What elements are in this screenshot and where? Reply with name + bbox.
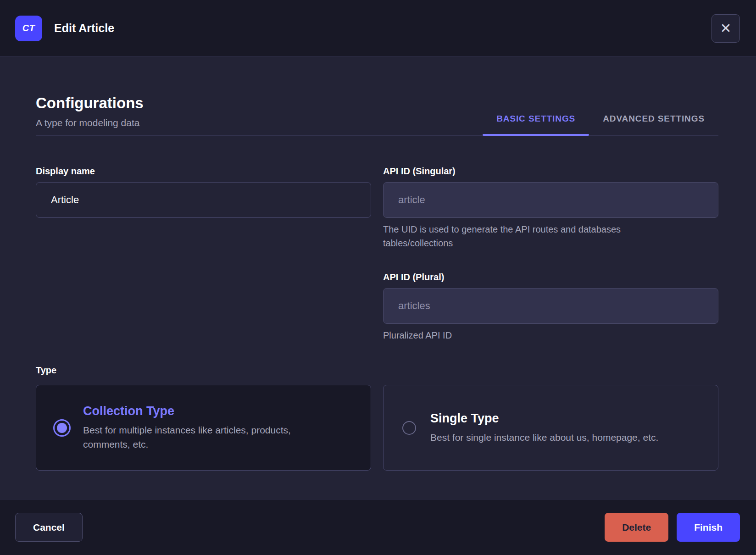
close-icon: ✕ [720,22,731,35]
modal-title: Edit Article [54,22,114,35]
api-id-plural-label: API ID (Plural) [383,272,718,283]
display-name-label: Display name [36,166,371,177]
delete-button[interactable]: Delete [605,513,668,542]
configuration-form: Display name API ID (Singular) The UID i… [36,166,718,364]
modal-body: Configurations A type for modeling data … [0,57,756,499]
api-id-singular-label: API ID (Singular) [383,166,718,177]
footer-actions: Delete Finish [605,513,740,542]
page-subtitle: A type for modeling data [36,117,144,135]
configurations-header-row: Configurations A type for modeling data … [36,94,718,135]
radio-dot-icon [57,423,67,433]
option-text-block: Single Type Best for single instance lik… [430,411,658,444]
tab-basic-settings[interactable]: BASIC SETTINGS [483,114,589,135]
collection-type-title: Collection Type [83,404,340,418]
collection-type-radio[interactable] [53,419,71,437]
edit-content-type-modal: CT Edit Article ✕ Configurations A type … [0,0,756,555]
page-title: Configurations [36,94,144,112]
api-id-singular-hint: The UID is used to generate the API rout… [383,222,677,250]
api-id-plural-hint: Pluralized API ID [383,328,677,342]
type-option-collection-type[interactable]: Collection Type Best for multiple instan… [36,385,371,471]
modal-header: CT Edit Article ✕ [0,0,756,57]
single-type-radio[interactable] [402,421,416,435]
api-id-plural-field: API ID (Plural) Pluralized API ID [383,272,718,342]
type-option-single-type[interactable]: Single Type Best for single instance lik… [383,385,718,471]
close-button[interactable]: ✕ [712,14,740,43]
single-type-title: Single Type [430,411,658,426]
radio-wrap [399,421,419,435]
settings-tabs: BASIC SETTINGS ADVANCED SETTINGS [483,114,718,135]
api-id-singular-input[interactable] [383,182,718,218]
display-name-input[interactable] [36,182,371,218]
tabs-divider [36,135,718,136]
single-type-description: Best for single instance like about us, … [430,430,658,444]
configurations-heading-block: Configurations A type for modeling data [36,94,144,135]
collection-type-description: Best for multiple instances like article… [83,423,340,451]
finish-button[interactable]: Finish [677,513,740,542]
form-left-column: Display name [36,166,371,364]
display-name-field: Display name [36,166,371,218]
tab-advanced-settings[interactable]: ADVANCED SETTINGS [589,114,718,135]
cancel-button[interactable]: Cancel [15,513,83,542]
content-type-badge: CT [15,16,42,41]
form-right-column: API ID (Singular) The UID is used to gen… [383,166,718,364]
radio-wrap [52,419,72,437]
option-text-block: Collection Type Best for multiple instan… [83,404,340,451]
api-id-plural-input[interactable] [383,288,718,324]
type-section: Type Collection Type Best for multiple i… [36,365,718,471]
modal-footer: Cancel Delete Finish [0,499,756,555]
type-label: Type [36,365,718,376]
type-options: Collection Type Best for multiple instan… [36,385,718,471]
api-id-singular-field: API ID (Singular) The UID is used to gen… [383,166,718,250]
